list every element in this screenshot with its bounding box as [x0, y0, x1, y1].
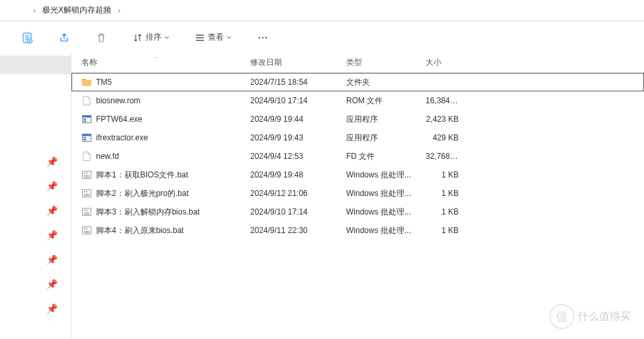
svg-point-18	[86, 191, 87, 193]
file-type: ROM 文件	[336, 95, 416, 107]
pin-icon[interactable]: 📌	[46, 230, 58, 240]
new-button[interactable]	[19, 29, 36, 46]
file-name-cell: 脚本3：刷入解锁内存bios.bat	[71, 207, 240, 218]
sort-icon	[132, 32, 143, 43]
pin-icon[interactable]: 📌	[46, 303, 58, 314]
file-date: 2024/9/10 17:14	[240, 207, 336, 217]
file-date: 2024/7/15 18:54	[240, 77, 336, 87]
watermark: 值 什么值得买	[549, 304, 631, 329]
svg-rect-6	[83, 116, 91, 118]
file-name: 脚本3：刷入解锁内存bios.bat	[96, 207, 200, 218]
file-size: 16,384 KB	[416, 96, 469, 105]
file-type: Windows 批处理...	[336, 188, 416, 199]
trash-icon	[95, 32, 107, 44]
file-row[interactable]: ifrextractor.exe2024/9/9 19:43应用程序429 KB	[71, 128, 644, 147]
file-date: 2024/9/9 19:44	[240, 115, 336, 124]
svg-point-17	[84, 191, 85, 193]
file-size: 2,423 KB	[416, 115, 469, 124]
file-icon	[81, 95, 92, 106]
watermark-text: 什么值得买	[578, 310, 631, 324]
file-type: Windows 批处理...	[336, 170, 416, 181]
column-date[interactable]: 修改日期	[240, 57, 336, 68]
ellipsis-icon	[257, 32, 269, 44]
file-type: Windows 批处理...	[336, 225, 416, 236]
pin-icon[interactable]: 📌	[46, 181, 58, 191]
chevron-down-icon	[226, 35, 232, 40]
svg-rect-7	[83, 119, 86, 120]
view-button[interactable]: 查看	[192, 29, 234, 46]
breadcrumb-sep: ›	[33, 6, 36, 15]
svg-rect-12	[83, 139, 86, 140]
file-date: 2024/9/11 22:30	[240, 226, 336, 235]
body: 📌 📌 📌 📌 📌 📌 📌 名称 ˄ 修改日期 类型 大小 TM52024/7/…	[0, 53, 644, 339]
sort-asc-icon: ˄	[154, 56, 158, 63]
file-size: 1 KB	[416, 207, 469, 217]
bat-icon	[81, 207, 92, 217]
column-type[interactable]: 类型	[336, 57, 416, 68]
file-name-cell: 脚本2：刷入极光pro的.bat	[71, 188, 240, 199]
file-name-cell: ifrextractor.exe	[71, 132, 240, 143]
file-name-cell: FPTW64.exe	[71, 114, 240, 124]
file-name-cell: new.fd	[71, 151, 240, 162]
exe-icon	[81, 114, 92, 124]
file-row[interactable]: 脚本2：刷入极光pro的.bat2024/9/12 21:06Windows 批…	[71, 184, 644, 203]
file-name: biosnew.rom	[96, 96, 140, 105]
file-name: 脚本1：获取BIOS文件.bat	[96, 170, 188, 181]
column-size[interactable]: 大小	[416, 57, 469, 68]
view-label: 查看	[208, 32, 224, 43]
pin-icon[interactable]: 📌	[46, 156, 58, 167]
file-name: TM5	[96, 77, 112, 87]
svg-point-24	[86, 228, 87, 230]
file-type: FD 文件	[336, 151, 416, 162]
file-row[interactable]: FPTW64.exe2024/9/9 19:44应用程序2,423 KB	[71, 110, 644, 128]
file-type: 文件夹	[336, 77, 416, 88]
file-list: TM52024/7/15 18:54文件夹biosnew.rom2024/9/1…	[71, 73, 644, 240]
file-type: 应用程序	[336, 132, 416, 144]
file-row[interactable]: TM52024/7/15 18:54文件夹	[71, 73, 644, 91]
file-row[interactable]: biosnew.rom2024/9/10 17:14ROM 文件16,384 K…	[71, 91, 644, 110]
sidebar-selected-item[interactable]	[0, 56, 71, 74]
column-headers: 名称 ˄ 修改日期 类型 大小	[71, 53, 644, 73]
share-icon	[58, 32, 70, 44]
file-date: 2024/9/9 19:48	[240, 170, 336, 179]
column-name[interactable]: 名称 ˄	[71, 57, 240, 68]
file-row[interactable]: 脚本4：刷入原来bios.bat2024/9/11 22:30Windows 批…	[71, 221, 644, 240]
svg-point-15	[86, 173, 87, 174]
pin-icon[interactable]: 📌	[46, 205, 58, 216]
file-row[interactable]: new.fd2024/9/4 12:53FD 文件32,768 KB	[71, 147, 644, 166]
svg-point-2	[259, 36, 260, 38]
file-name-cell: TM5	[71, 77, 240, 87]
share-button[interactable]	[56, 29, 73, 46]
file-date: 2024/9/9 19:43	[240, 133, 336, 142]
svg-point-3	[262, 36, 263, 38]
file-name: 脚本2：刷入极光pro的.bat	[96, 188, 189, 199]
file-name: 脚本4：刷入原来bios.bat	[96, 225, 184, 236]
file-row[interactable]: 脚本1：获取BIOS文件.bat2024/9/9 19:48Windows 批处…	[71, 166, 644, 184]
file-size: 429 KB	[416, 133, 469, 142]
file-name-cell: biosnew.rom	[71, 95, 240, 106]
column-name-label: 名称	[81, 58, 97, 67]
file-size: 1 KB	[416, 226, 469, 235]
file-name-cell: 脚本1：获取BIOS文件.bat	[71, 170, 240, 181]
breadcrumb-folder[interactable]: 极光X解锁内存超频	[42, 5, 111, 16]
svg-point-23	[84, 228, 85, 230]
file-row[interactable]: 脚本3：刷入解锁内存bios.bat2024/9/10 17:14Windows…	[71, 203, 644, 221]
breadcrumb-sep: ›	[118, 6, 120, 15]
breadcrumb: › 极光X解锁内存超频 ›	[0, 0, 644, 21]
file-icon	[81, 151, 92, 162]
file-date: 2024/9/10 17:14	[240, 96, 336, 105]
svg-point-21	[86, 210, 87, 211]
sort-button[interactable]: 排序	[130, 29, 172, 46]
file-pane: 名称 ˄ 修改日期 类型 大小 TM52024/7/15 18:54文件夹bio…	[71, 53, 644, 339]
svg-point-14	[84, 173, 85, 174]
svg-rect-8	[83, 121, 86, 122]
pin-icon[interactable]: 📌	[46, 279, 58, 289]
file-date: 2024/9/12 21:06	[240, 189, 336, 198]
file-date: 2024/9/4 12:53	[240, 152, 336, 161]
pin-icon[interactable]: 📌	[46, 254, 58, 265]
more-button[interactable]	[254, 29, 271, 46]
file-name: new.fd	[96, 152, 119, 161]
file-size: 32,768 KB	[416, 152, 469, 161]
delete-button[interactable]	[93, 29, 110, 46]
toolbar: 排序 查看	[0, 21, 644, 53]
